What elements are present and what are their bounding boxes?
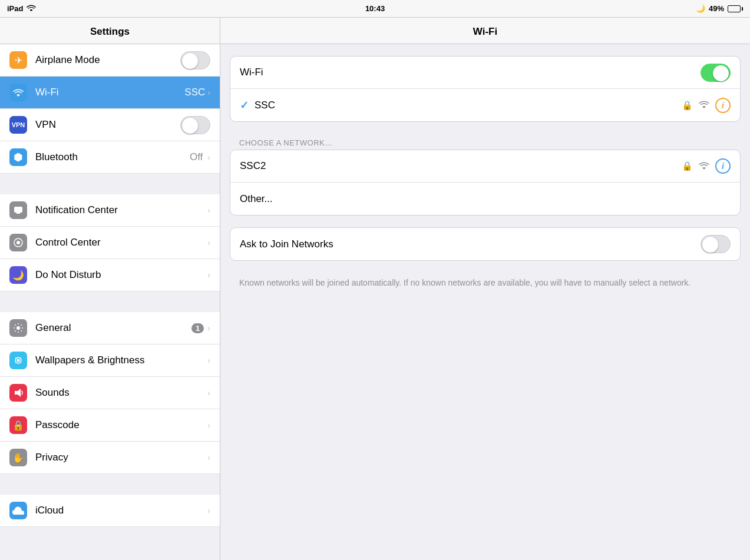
network-name-ssc2: SSC2: [240, 160, 682, 172]
general-icon: [9, 319, 27, 337]
sidebar-item-label-sounds: Sounds: [35, 387, 207, 399]
svg-marker-7: [15, 389, 21, 397]
chevron-icon-prv: ›: [207, 453, 210, 462]
airplane-icon: ✈: [9, 51, 27, 69]
svg-rect-1: [16, 213, 20, 214]
wifi-network-name: SSC: [184, 87, 205, 98]
sidebar-item-sounds[interactable]: Sounds ›: [0, 377, 220, 409]
connected-info-button[interactable]: i: [715, 98, 731, 113]
wifi-icon-ssc2: [699, 161, 709, 171]
vpn-icon: VPN: [9, 116, 27, 134]
sidebar-section-2: Notification Center › Control Center › 🌙…: [0, 194, 220, 291]
chevron-icon: ›: [207, 88, 210, 97]
sidebar-item-label-dnd: Do Not Disturb: [35, 269, 207, 281]
network-row-ssc2[interactable]: SSC2 🔒 i: [230, 150, 740, 183]
chevron-icon-cc: ›: [207, 238, 210, 247]
sidebar-item-label-icloud: iCloud: [35, 505, 207, 516]
sidebar-item-label-wallpaper: Wallpapers & Brightness: [35, 354, 207, 366]
passcode-icon: 🔒: [9, 416, 27, 434]
wifi-row: Wi-Fi: [230, 57, 740, 89]
control-icon: [9, 234, 27, 251]
chevron-icon-wp: ›: [207, 356, 210, 365]
sidebar-item-privacy[interactable]: ✋ Privacy ›: [0, 442, 220, 474]
sidebar-item-general[interactable]: General 1 ›: [0, 312, 220, 344]
connected-network-icons: 🔒 i: [682, 98, 731, 113]
lock-icon: 🔒: [682, 100, 693, 111]
bluetooth-icon: ⬢: [9, 148, 27, 166]
network-row-other[interactable]: Other...: [230, 183, 740, 215]
network-name-other: Other...: [240, 193, 731, 205]
lock-icon-ssc2: 🔒: [682, 161, 693, 171]
sidebar: Settings ✈ Airplane Mode Wi-Fi SSC › VPN: [0, 18, 220, 560]
general-badge: 1: [191, 323, 204, 333]
ssc2-info-button[interactable]: i: [715, 158, 731, 174]
vpn-toggle[interactable]: [180, 116, 210, 134]
wallpaper-icon: [9, 352, 27, 369]
notification-icon: [9, 201, 27, 219]
sidebar-item-label-notification: Notification Center: [35, 204, 207, 216]
sidebar-item-icloud[interactable]: iCloud ›: [0, 495, 220, 527]
chevron-icon-bt: ›: [207, 153, 210, 162]
chevron-icon-ic: ›: [207, 506, 210, 515]
sidebar-item-passcode[interactable]: 🔒 Passcode ›: [0, 409, 220, 442]
connected-network-row[interactable]: ✓ SSC 🔒 i: [230, 89, 740, 121]
content-area: Wi-Fi Wi-Fi ✓ SSC 🔒: [220, 18, 750, 560]
chevron-icon-nc: ›: [207, 206, 210, 215]
sidebar-item-airplane[interactable]: ✈ Airplane Mode: [0, 44, 220, 77]
section-gap-3: [0, 474, 220, 495]
main-layout: Settings ✈ Airplane Mode Wi-Fi SSC › VPN: [0, 18, 750, 560]
sounds-icon: [9, 384, 27, 402]
svg-point-4: [16, 326, 20, 330]
ask-join-label: Ask to Join Networks: [240, 238, 701, 250]
status-time: 10:43: [365, 4, 385, 13]
ipad-label: iPad: [7, 4, 23, 13]
chevron-icon-dnd: ›: [207, 270, 210, 280]
choose-network-header: CHOOSE A NETWORK...: [230, 134, 741, 150]
sidebar-item-label-control: Control Center: [35, 237, 207, 248]
content-body: Wi-Fi ✓ SSC 🔒 i: [220, 44, 750, 306]
sidebar-item-donotdisturb[interactable]: 🌙 Do Not Disturb ›: [0, 259, 220, 291]
sidebar-item-label-vpn: VPN: [35, 119, 180, 131]
svg-rect-0: [14, 207, 22, 213]
icloud-icon: [9, 502, 27, 519]
status-left: iPad: [7, 4, 36, 13]
bluetooth-detail: Off: [190, 151, 203, 163]
wifi-icon: [9, 84, 27, 101]
sidebar-item-control[interactable]: Control Center ›: [0, 227, 220, 259]
ssc2-icons: 🔒 i: [682, 158, 731, 174]
ask-join-card: Ask to Join Networks: [230, 227, 741, 261]
sidebar-title: Settings: [0, 18, 220, 44]
donotdisturb-icon: 🌙: [9, 266, 27, 284]
sidebar-item-wifi[interactable]: Wi-Fi SSC ›: [0, 77, 220, 109]
privacy-icon: ✋: [9, 449, 27, 466]
sidebar-item-label-bluetooth: Bluetooth: [35, 151, 190, 163]
wifi-row-label: Wi-Fi: [240, 67, 701, 78]
status-right: 🌙 49%: [696, 4, 743, 13]
sidebar-section-4: iCloud ›: [0, 495, 220, 527]
sidebar-item-label-general: General: [35, 322, 191, 334]
section-gap-1: [0, 174, 220, 194]
wifi-status-icon: [27, 4, 36, 13]
sidebar-item-bluetooth[interactable]: ⬢ Bluetooth Off ›: [0, 141, 220, 174]
chevron-icon-snd: ›: [207, 388, 210, 397]
sidebar-item-wallpaper[interactable]: Wallpapers & Brightness ›: [0, 344, 220, 377]
svg-point-3: [16, 241, 20, 244]
sidebar-section-3: General 1 › Wallpapers & Brightness › So…: [0, 312, 220, 474]
battery-icon: [728, 5, 743, 12]
chevron-icon-gen: ›: [207, 323, 210, 333]
checkmark-icon: ✓: [240, 99, 249, 112]
section-gap-2: [0, 291, 220, 312]
sidebar-item-notification[interactable]: Notification Center ›: [0, 194, 220, 227]
airplane-toggle[interactable]: [180, 51, 210, 69]
connected-network-name: SSC: [255, 100, 682, 111]
sidebar-item-label: Airplane Mode: [35, 54, 180, 66]
ask-join-help: Known networks will be joined automatica…: [230, 273, 741, 294]
ask-join-toggle[interactable]: [701, 235, 731, 253]
content-title: Wi-Fi: [220, 18, 750, 44]
chevron-icon-pc: ›: [207, 420, 210, 430]
sidebar-item-vpn[interactable]: VPN VPN: [0, 109, 220, 141]
wifi-toggle[interactable]: [701, 64, 731, 82]
ask-join-row: Ask to Join Networks: [230, 228, 740, 260]
battery-percent: 49%: [709, 4, 724, 13]
sidebar-section-1: ✈ Airplane Mode Wi-Fi SSC › VPN VPN: [0, 44, 220, 174]
